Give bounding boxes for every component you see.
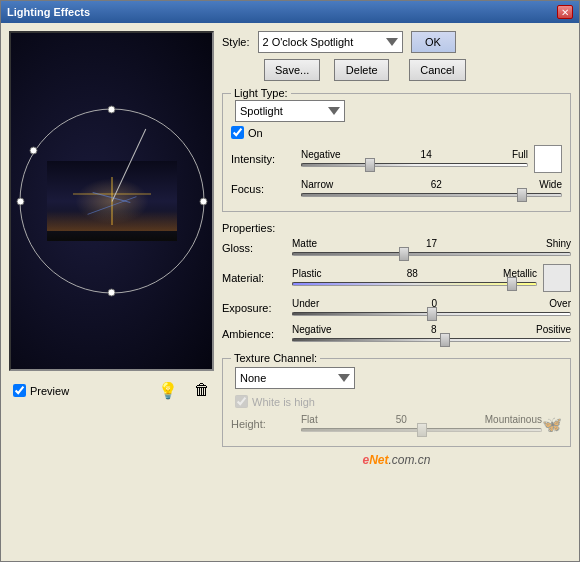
right-panel: Style: 2 O'clock Spotlight OK Save... De… (222, 31, 571, 553)
preview-label[interactable]: Preview (13, 384, 69, 397)
intensity-thumb[interactable] (365, 158, 375, 172)
white-is-high-checkbox (235, 395, 248, 408)
material-thumb[interactable] (507, 277, 517, 291)
focus-max-label: Wide (539, 179, 562, 190)
gloss-track (292, 252, 571, 256)
lighting-effects-dialog: Lighting Effects ✕ (0, 0, 580, 562)
ambience-slider-container: Negative 8 Positive (292, 324, 571, 344)
intensity-max-label: Full (512, 149, 528, 160)
dialog-content: Preview 💡 🗑 Style: 2 O'clock Spotlight O… (1, 23, 579, 561)
preview-image (11, 33, 212, 369)
intensity-labels: Negative 14 Full (301, 149, 528, 160)
trash-icon[interactable]: 🗑 (194, 381, 210, 400)
ambience-thumb[interactable] (440, 333, 450, 347)
texture-channel-select[interactable]: None (235, 367, 355, 389)
save-button[interactable]: Save... (264, 59, 320, 81)
light-type-group: Light Type: Spotlight On Intensity: Nega… (222, 93, 571, 212)
on-label: On (248, 127, 263, 139)
cancel-button[interactable]: Cancel (409, 59, 465, 81)
preview-icons: 💡 🗑 (158, 381, 210, 400)
gloss-max-label: Shiny (546, 238, 571, 249)
height-value: 50 (396, 414, 407, 425)
material-color-swatch[interactable] (543, 264, 571, 292)
style-label: Style: (222, 36, 250, 48)
watermark-net: Net (369, 453, 388, 467)
material-track (292, 282, 537, 286)
material-row: Material: Plastic 88 Metallic (222, 264, 571, 292)
focus-value: 62 (431, 179, 442, 190)
material-min-label: Plastic (292, 268, 321, 279)
texture-channel-group: Texture Channel: None White is high Heig… (222, 358, 571, 447)
height-thumb (417, 423, 427, 437)
handle-topleft[interactable] (29, 146, 37, 154)
ok-button[interactable]: OK (411, 31, 456, 53)
focus-slider-container: Narrow 62 Wide (301, 179, 562, 199)
intensity-row: Intensity: Negative 14 Full (231, 145, 562, 173)
intensity-color-swatch[interactable] (534, 145, 562, 173)
texture-channel-title: Texture Channel: (231, 352, 320, 364)
on-row: On (231, 126, 562, 139)
left-panel: Preview 💡 🗑 (9, 31, 214, 553)
material-value: 88 (407, 268, 418, 279)
gloss-row: Gloss: Matte 17 Shiny (222, 238, 571, 258)
white-is-high-label: White is high (235, 395, 562, 408)
light-type-row: Spotlight (231, 100, 562, 122)
close-button[interactable]: ✕ (557, 5, 573, 19)
preview-checkbox[interactable] (13, 384, 26, 397)
butterfly-icon: 🦋 (542, 415, 562, 434)
material-labels: Plastic 88 Metallic (292, 268, 537, 279)
exposure-label: Exposure: (222, 302, 292, 314)
exposure-track (292, 312, 571, 316)
exposure-thumb[interactable] (427, 307, 437, 321)
focus-thumb[interactable] (517, 188, 527, 202)
texture-channel-row: None (231, 367, 562, 389)
handle-right[interactable] (199, 197, 207, 205)
intensity-value: 14 (421, 149, 432, 160)
ambience-value: 8 (431, 324, 437, 335)
focus-label: Focus: (231, 183, 301, 195)
light-type-select[interactable]: Spotlight (235, 100, 345, 122)
handle-top[interactable] (108, 106, 116, 114)
intensity-track (301, 163, 528, 167)
watermark-com: .com.cn (389, 453, 431, 467)
ambience-min-label: Negative (292, 324, 331, 335)
ambience-row: Ambience: Negative 8 Positive (222, 324, 571, 344)
ambience-label: Ambience: (222, 328, 292, 340)
save-delete-row: Save... Delete Cancel (264, 59, 571, 81)
gloss-min-label: Matte (292, 238, 317, 249)
watermark: eNet.com.cn (222, 451, 571, 469)
gloss-thumb[interactable] (399, 247, 409, 261)
gloss-slider-container: Matte 17 Shiny (292, 238, 571, 258)
intensity-label: Intensity: (231, 153, 301, 165)
material-slider-container: Plastic 88 Metallic (292, 268, 537, 288)
ambience-labels: Negative 8 Positive (292, 324, 571, 335)
height-slider-container: Flat 50 Mountainous (301, 414, 542, 434)
white-is-high-text: White is high (252, 396, 315, 408)
preview-canvas[interactable] (9, 31, 214, 371)
ambience-max-label: Positive (536, 324, 571, 335)
exposure-max-label: Over (549, 298, 571, 309)
window-title: Lighting Effects (7, 6, 90, 18)
bulb-icon[interactable]: 💡 (158, 381, 178, 400)
material-label: Material: (222, 272, 292, 284)
height-max-label: Mountainous (485, 414, 542, 425)
exposure-slider-container: Under 0 Over (292, 298, 571, 318)
gloss-labels: Matte 17 Shiny (292, 238, 571, 249)
intensity-min-label: Negative (301, 149, 340, 160)
focus-track (301, 193, 562, 197)
intensity-slider-container: Negative 14 Full (301, 149, 528, 169)
ambience-track (292, 338, 571, 342)
focus-min-label: Narrow (301, 179, 333, 190)
handle-bottom[interactable] (108, 289, 116, 297)
style-select[interactable]: 2 O'clock Spotlight (258, 31, 403, 53)
preview-toolbar: Preview 💡 🗑 (9, 377, 214, 404)
properties-label: Properties: (222, 222, 571, 234)
properties-section: Properties: Gloss: Matte 17 Shiny (222, 222, 571, 350)
exposure-min-label: Under (292, 298, 319, 309)
exposure-row: Exposure: Under 0 Over (222, 298, 571, 318)
height-label: Height: (231, 418, 301, 430)
delete-button[interactable]: Delete (334, 59, 389, 81)
on-checkbox[interactable] (231, 126, 244, 139)
height-track (301, 428, 542, 432)
handle-left[interactable] (16, 197, 24, 205)
